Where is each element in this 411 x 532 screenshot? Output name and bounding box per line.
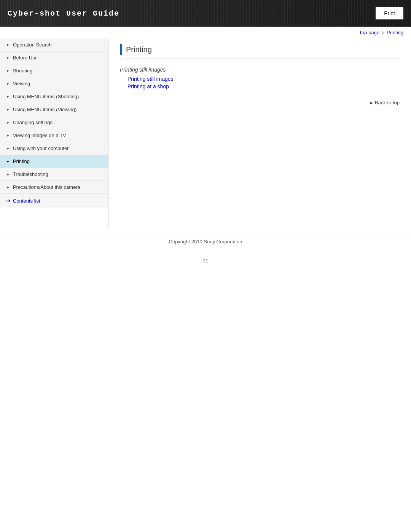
arrow-icon: ► <box>6 172 10 176</box>
sidebar-item-label: Before Use <box>13 55 104 61</box>
arrow-icon: ► <box>6 133 10 137</box>
app-title: Cyber-shot User Guide <box>8 9 119 18</box>
page-header: Cyber-shot User Guide Print <box>0 0 411 27</box>
back-to-top-area: ▲ Back to top <box>120 97 400 105</box>
arrow-icon: ► <box>6 81 10 86</box>
arrow-icon: ► <box>6 185 10 189</box>
arrow-icon: ► <box>6 120 10 125</box>
arrow-icon: ► <box>6 69 10 73</box>
heading-bar <box>120 44 122 55</box>
printing-at-shop-link[interactable]: Printing at a shop <box>127 83 400 89</box>
breadcrumb-current-link[interactable]: Printing <box>387 30 403 35</box>
sidebar-item-label: Operation Search <box>13 42 104 48</box>
section-title: Printing still images <box>120 67 400 73</box>
page-title: Printing <box>126 45 152 54</box>
triangle-up-icon: ▲ <box>369 100 373 105</box>
content-area: Printing Printing still images Printing … <box>108 38 411 229</box>
sidebar-item-label: Using MENU items (Viewing) <box>13 107 104 112</box>
contents-list-link[interactable]: ➔ Contents list <box>6 198 102 204</box>
sidebar-item-before-use[interactable]: ► Before Use <box>0 51 108 64</box>
sidebar-item-label: Viewing <box>13 81 104 86</box>
sidebar: ► Operation Search ► Before Use ► Shooti… <box>0 38 108 229</box>
sidebar-item-changing-settings[interactable]: ► Changing settings <box>0 116 108 129</box>
contents-list-area: ➔ Contents list <box>0 194 108 208</box>
back-to-top-link[interactable]: ▲ Back to top <box>369 100 400 105</box>
page-footer: Copyright 2010 Sony Corporation <box>0 233 411 250</box>
sidebar-item-using-with-computer[interactable]: ► Using with your computer <box>0 142 108 155</box>
sidebar-item-operation-search[interactable]: ► Operation Search <box>0 38 108 51</box>
sidebar-item-label: Using with your computer <box>13 145 104 151</box>
sidebar-item-label: Using MENU items (Shooting) <box>13 94 104 99</box>
sidebar-item-label: Shooting <box>13 68 104 73</box>
sidebar-item-troubleshooting[interactable]: ► Troubleshooting <box>0 168 108 181</box>
sidebar-item-using-menu-shooting[interactable]: ► Using MENU items (Shooting) <box>0 90 108 103</box>
arrow-icon: ► <box>6 43 10 47</box>
sidebar-item-label: Viewing images on a TV <box>13 133 104 138</box>
arrow-icon: ► <box>6 159 10 163</box>
arrow-icon: ► <box>6 146 10 150</box>
contents-list-label: Contents list <box>13 198 40 204</box>
sidebar-item-viewing[interactable]: ► Viewing <box>0 77 108 90</box>
sidebar-item-label: Printing <box>13 158 104 164</box>
arrow-icon: ► <box>6 94 10 99</box>
section-printing-still-images: Printing still images Printing still ima… <box>120 67 400 89</box>
breadcrumb: Top page > Printing <box>0 27 411 38</box>
arrow-icon: ► <box>6 56 10 60</box>
breadcrumb-top-link[interactable]: Top page <box>359 30 380 35</box>
arrow-right-icon: ➔ <box>6 198 11 204</box>
sidebar-item-label: Precautions/About this camera <box>13 184 104 190</box>
printing-still-images-link[interactable]: Printing still images <box>127 76 400 82</box>
main-layout: ► Operation Search ► Before Use ► Shooti… <box>0 38 411 229</box>
arrow-icon: ► <box>6 107 10 112</box>
sidebar-item-printing[interactable]: ► Printing <box>0 155 108 168</box>
sidebar-item-label: Changing settings <box>13 120 104 125</box>
sidebar-item-label: Troubleshooting <box>13 171 104 177</box>
sidebar-item-using-menu-viewing[interactable]: ► Using MENU items (Viewing) <box>0 103 108 116</box>
sidebar-item-precautions[interactable]: ► Precautions/About this camera <box>0 181 108 194</box>
back-to-top-label: Back to top <box>375 100 400 105</box>
copyright-text: Copyright 2010 Sony Corporation <box>169 239 242 244</box>
sidebar-item-shooting[interactable]: ► Shooting <box>0 64 108 77</box>
page-number: 11 <box>0 250 411 271</box>
print-button[interactable]: Print <box>376 7 403 19</box>
sidebar-item-viewing-images-tv[interactable]: ► Viewing images on a TV <box>0 129 108 142</box>
page-heading: Printing <box>120 44 400 59</box>
breadcrumb-separator: > <box>382 30 385 35</box>
